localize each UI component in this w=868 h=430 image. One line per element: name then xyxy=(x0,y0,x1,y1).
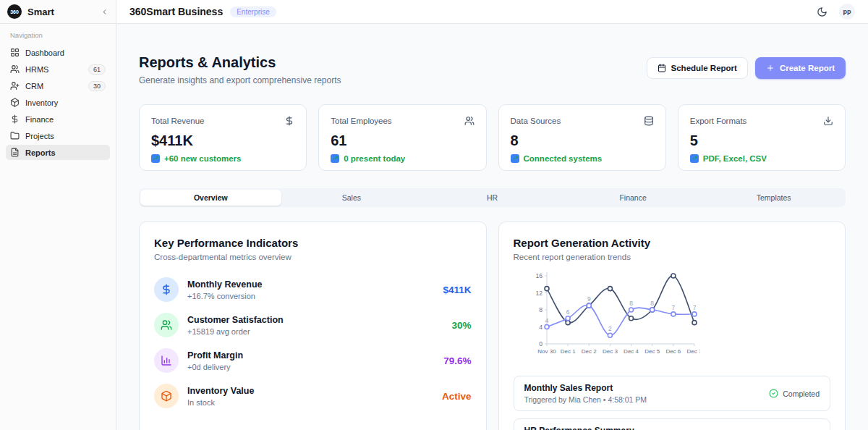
topbar-actions: pp xyxy=(817,4,855,20)
svg-text:Dec 2: Dec 2 xyxy=(581,348,596,355)
stat-note-text: 0 present today xyxy=(344,154,405,163)
svg-text:4: 4 xyxy=(539,324,542,331)
sidebar-item-projects[interactable]: Projects xyxy=(6,128,110,143)
dollar-sign-icon xyxy=(10,114,20,124)
sidebar-item-hrms[interactable]: HRMS 61 xyxy=(6,62,110,77)
chevron-left-icon xyxy=(101,8,109,16)
nav-label: Finance xyxy=(25,115,106,124)
trending-up-icon xyxy=(690,154,699,163)
stat-note-text: +60 new customers xyxy=(164,154,241,163)
tab-templates[interactable]: Templates xyxy=(703,190,844,206)
dashboard-grid-icon xyxy=(10,48,20,57)
svg-text:2: 2 xyxy=(608,325,612,332)
sidebar-item-dashboard[interactable]: Dashboard xyxy=(6,45,110,60)
sidebar: 360 Smart Navigation Dashboard HRMS 61 xyxy=(0,0,116,430)
sidebar-item-reports[interactable]: Reports xyxy=(6,145,110,160)
kpi-text: Customer Satisfaction +15819 avg order xyxy=(187,315,284,336)
calendar-icon xyxy=(658,64,666,72)
svg-text:8: 8 xyxy=(650,300,654,307)
user-avatar[interactable]: pp xyxy=(839,4,855,20)
brand-name: Smart xyxy=(27,7,95,17)
svg-text:Dec 7: Dec 7 xyxy=(686,348,699,355)
kpi-panel: Key Performance Indicators Cross-departm… xyxy=(139,222,487,430)
svg-text:0: 0 xyxy=(539,340,542,347)
sidebar-item-crm[interactable]: CRM 30 xyxy=(6,78,110,93)
stat-card-top: Total Revenue xyxy=(151,116,294,126)
schedule-report-button[interactable]: Schedule Report xyxy=(647,57,748,79)
report-item-monthly-sales[interactable]: Monthly Sales Report Triggered by Mia Ch… xyxy=(514,376,831,411)
stat-card-top: Export Formats xyxy=(690,116,833,126)
kpi-sub: +15819 avg order xyxy=(187,327,284,336)
stat-value: $411K xyxy=(151,132,294,149)
stat-label: Export Formats xyxy=(690,117,747,125)
sidebar-collapse-button[interactable] xyxy=(101,8,109,16)
sidebar-item-inventory[interactable]: Inventory xyxy=(6,95,110,110)
stat-card-export-formats: Export Formats 5 PDF, Excel, CSV xyxy=(678,104,846,171)
kpi-value: Active xyxy=(442,391,472,402)
nav-label: HRMS xyxy=(25,65,82,74)
sidebar-item-finance[interactable]: Finance xyxy=(6,111,110,127)
kpi-text: Monthly Revenue +16.7% conversion xyxy=(187,279,263,300)
page-header-text: Reports & Analytics Generate insights an… xyxy=(139,54,341,85)
svg-text:16: 16 xyxy=(535,272,542,279)
stat-value: 61 xyxy=(331,132,474,149)
activity-panel-subtitle: Recent report generation trends xyxy=(514,253,831,261)
svg-text:9: 9 xyxy=(587,295,590,303)
plus-icon xyxy=(766,64,775,72)
kpi-row-inventory-value: Inventory Value In stock Active xyxy=(154,384,472,408)
schedule-report-label: Schedule Report xyxy=(671,64,737,72)
tab-overview[interactable]: Overview xyxy=(140,190,281,206)
tab-hr[interactable]: HR xyxy=(422,190,563,206)
stat-note-text: PDF, Excel, CSV xyxy=(703,154,767,163)
users-icon xyxy=(464,116,475,126)
tab-finance[interactable]: Finance xyxy=(563,190,704,206)
kpi-name: Monthly Revenue xyxy=(187,279,263,290)
app-root: 360 Smart Navigation Dashboard HRMS 61 xyxy=(0,0,868,430)
svg-text:Dec 3: Dec 3 xyxy=(602,348,617,355)
panels-row: Key Performance Indicators Cross-departm… xyxy=(139,222,846,430)
svg-text:4: 4 xyxy=(545,317,548,324)
trending-up-icon xyxy=(511,154,519,163)
activity-panel: Report Generation Activity Recent report… xyxy=(498,222,846,430)
brand-logo: 360 xyxy=(7,4,22,19)
main-column: 360Smart Business Enterprise pp Reports … xyxy=(116,0,868,430)
users-icon xyxy=(10,64,20,74)
main-content: Reports & Analytics Generate insights an… xyxy=(116,24,868,430)
dollar-sign-icon xyxy=(154,277,179,302)
dark-mode-toggle[interactable] xyxy=(817,7,827,17)
tab-sales[interactable]: Sales xyxy=(281,190,422,206)
kpi-value: 30% xyxy=(451,320,471,331)
svg-text:Dec 1: Dec 1 xyxy=(560,348,575,355)
stat-note: PDF, Excel, CSV xyxy=(690,154,833,163)
svg-text:Dec 5: Dec 5 xyxy=(644,348,660,355)
plan-badge: Enterprise xyxy=(230,7,276,17)
stat-value: 5 xyxy=(690,132,833,149)
page-title: Reports & Analytics xyxy=(139,54,341,71)
kpi-name: Inventory Value xyxy=(187,386,254,396)
kpi-sub: +0d delivery xyxy=(187,363,243,371)
chart-container: 0481216Nov 30Dec 1Dec 2Dec 3Dec 4Dec 5De… xyxy=(528,269,831,366)
kpi-value: $411K xyxy=(443,284,471,295)
create-report-button[interactable]: Create Report xyxy=(755,57,846,79)
report-name: Monthly Sales Report xyxy=(524,383,647,393)
moon-icon xyxy=(817,7,827,17)
file-text-icon xyxy=(10,148,20,157)
kpi-text: Inventory Value In stock xyxy=(187,386,254,407)
stat-value: 8 xyxy=(511,132,654,149)
stat-card-top: Total Employees xyxy=(331,116,474,126)
activity-chart: 0481216Nov 30Dec 1Dec 2Dec 3Dec 4Dec 5De… xyxy=(528,269,700,366)
report-item-hr-performance[interactable]: HR Performance Summary Triggered by Dani… xyxy=(514,418,831,430)
kpi-row-customer-satisfaction: Customer Satisfaction +15819 avg order 3… xyxy=(154,313,472,337)
report-status-label: Completed xyxy=(783,389,820,398)
stat-card-top: Data Sources xyxy=(511,116,654,126)
svg-text:7: 7 xyxy=(692,304,696,311)
page-header: Reports & Analytics Generate insights an… xyxy=(139,54,846,85)
nav-label: Projects xyxy=(25,132,106,140)
user-plus-icon xyxy=(10,81,20,90)
folder-icon xyxy=(10,131,20,140)
kpi-row-profit-margin: Profit Margin +0d delivery 79.6% xyxy=(154,348,472,373)
page-actions: Schedule Report Create Report xyxy=(647,57,846,79)
stat-card-total-revenue: Total Revenue $411K +60 new customers xyxy=(139,104,307,171)
stat-card-total-employees: Total Employees 61 0 present today xyxy=(318,104,486,171)
crm-count-badge: 30 xyxy=(88,81,106,91)
